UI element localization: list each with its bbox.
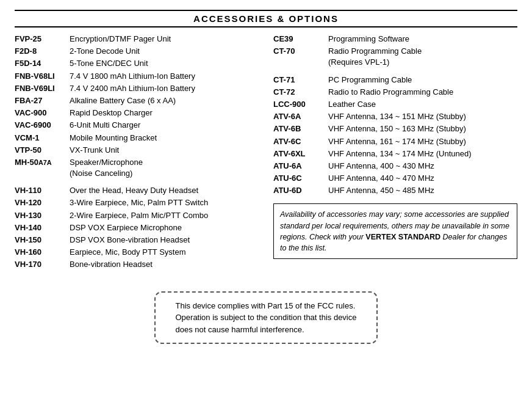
list-item: VH-150DSP VOX Bone-vibration Headset	[15, 235, 259, 246]
accessory-desc: UHF Antenna, 400 ~ 430 MHz	[328, 161, 517, 172]
accessory-code: FVP-25	[15, 34, 70, 45]
accessory-code: VTP-50	[15, 145, 70, 156]
accessory-code: ATV-6XL	[273, 148, 328, 159]
list-item: FVP-25Encryption/DTMF Pager Unit	[15, 34, 259, 45]
list-item: ATV-6CVHF Antenna, 161 ~ 174 MHz (Stubby…	[273, 136, 517, 147]
accessory-code: ATV-6C	[273, 136, 328, 147]
accessory-desc: UHF Antenna, 440 ~ 470 MHz	[328, 173, 517, 184]
list-item: ATU-6AUHF Antenna, 400 ~ 430 MHz	[273, 161, 517, 172]
list-item: F5D-145-Tone ENC/DEC Unit	[15, 58, 259, 69]
accessory-desc: DSP VOX Bone-vibration Headset	[70, 235, 259, 246]
accessory-code: CT-71	[273, 75, 328, 86]
list-item: F2D-82-Tone Decode Unit	[15, 46, 259, 57]
accessory-code: VAC-900	[15, 108, 70, 119]
accessory-code: VH-150	[15, 235, 70, 246]
accessory-desc: Encryption/DTMF Pager Unit	[70, 34, 259, 45]
spacer	[273, 70, 517, 75]
accessory-desc: Radio to Radio Programming Cable	[328, 87, 517, 98]
list-item: VH-170Bone-vibration Headset	[15, 259, 259, 270]
accessory-desc: Bone-vibration Headset	[70, 259, 259, 270]
accessory-code: ATU-6D	[273, 185, 328, 196]
accessory-desc: VHF Antenna, 134 ~ 151 MHz (Stubby)	[328, 111, 517, 122]
list-item: LCC-900Leather Case	[273, 99, 517, 110]
accessory-code: CE39	[273, 34, 328, 45]
accessory-desc: Over the Head, Heavy Duty Headset	[70, 185, 259, 196]
accessory-code: F2D-8	[15, 46, 70, 57]
list-item: VAC-69006-Unit Multi Charger	[15, 120, 259, 131]
accessory-desc: Leather Case	[328, 99, 517, 110]
list-item: VAC-900Rapid Desktop Charger	[15, 108, 259, 119]
accessory-desc: Speaker/Microphone(Noise Canceling)	[70, 157, 259, 179]
accessory-code: VCM-1	[15, 133, 70, 144]
page-title: Accessories & Options	[15, 10, 517, 27]
list-item: ATV-6XLVHF Antenna, 134 ~ 174 MHz (Untun…	[273, 148, 517, 159]
list-item: VH-110Over the Head, Heavy Duty Headset	[15, 185, 259, 196]
accessory-code: VH-140	[15, 222, 70, 233]
accessory-desc: UHF Antenna, 450 ~ 485 MHz	[328, 185, 517, 196]
accessory-desc: PC Programming Cable	[328, 75, 517, 86]
accessory-code: LCC-900	[273, 99, 328, 110]
right-column: CE39Programming SoftwareCT-70Radio Progr…	[273, 34, 517, 272]
accessory-desc: 2-Tone Decode Unit	[70, 46, 259, 57]
fcc-box: This device complies with Part 15 of the…	[154, 291, 377, 345]
accessory-code: CT-70	[273, 46, 328, 68]
list-item: ATU-6DUHF Antenna, 450 ~ 485 MHz	[273, 185, 517, 196]
accessory-desc: Alkaline Battery Case (6 x AA)	[70, 95, 259, 106]
accessory-desc: 7.4 V 1800 mAh Lithium-Ion Battery	[70, 71, 259, 82]
fcc-section: This device complies with Part 15 of the…	[15, 291, 517, 345]
accessory-desc: 3-Wire Earpiece, Mic, Palm PTT Switch	[70, 197, 259, 208]
list-item: VTP-50VX-Trunk Unit	[15, 145, 259, 156]
accessory-desc: Programming Software	[328, 34, 517, 45]
accessory-code: FNB-V69LI	[15, 83, 70, 94]
accessory-code: F5D-14	[15, 58, 70, 69]
accessory-desc: 6-Unit Multi Charger	[70, 120, 259, 131]
accessory-desc: VHF Antenna, 134 ~ 174 MHz (Untuned)	[328, 148, 517, 159]
accessory-code: VH-130	[15, 210, 70, 221]
list-item: CE39Programming Software	[273, 34, 517, 45]
list-item: CT-72Radio to Radio Programming Cable	[273, 87, 517, 98]
list-item: VCM-1Mobile Mounting Bracket	[15, 133, 259, 144]
list-item: ATU-6CUHF Antenna, 440 ~ 470 MHz	[273, 173, 517, 184]
accessory-desc: Rapid Desktop Charger	[70, 108, 259, 119]
list-item: ATV-6BVHF Antenna, 150 ~ 163 MHz (Stubby…	[273, 123, 517, 134]
accessory-code: VH-110	[15, 185, 70, 196]
accessory-desc: 2-Wire Earpiece, Palm Mic/PTT Combo	[70, 210, 259, 221]
list-item: CT-71PC Programming Cable	[273, 75, 517, 86]
list-item: VH-160Earpiece, Mic, Body PTT System	[15, 247, 259, 258]
accessory-code: VH-120	[15, 197, 70, 208]
content-area: FVP-25Encryption/DTMF Pager UnitF2D-82-T…	[15, 34, 517, 272]
accessory-code: VH-170	[15, 259, 70, 270]
fcc-line2: Operation is subject to the condition th…	[175, 313, 356, 322]
accessory-code: ATV-6A	[273, 111, 328, 122]
accessory-code: ATU-6A	[273, 161, 328, 172]
list-item: FNB-V68LI7.4 V 1800 mAh Lithium-Ion Batt…	[15, 71, 259, 82]
accessory-desc: Earpiece, Mic, Body PTT System	[70, 247, 259, 258]
list-item: VH-140DSP VOX Earpiece Microphone	[15, 222, 259, 233]
accessory-desc: 5-Tone ENC/DEC Unit	[70, 58, 259, 69]
list-item: MH-50A7ASpeaker/Microphone(Noise Canceli…	[15, 157, 259, 179]
list-item: ATV-6AVHF Antenna, 134 ~ 151 MHz (Stubby…	[273, 111, 517, 122]
fcc-line1: This device complies with Part 15 of the…	[175, 301, 355, 310]
list-item: CT-70Radio Programming Cable(Requires VP…	[273, 46, 517, 68]
accessory-desc: Mobile Mounting Bracket	[70, 133, 259, 144]
accessory-code: CT-72	[273, 87, 328, 98]
accessory-code: FBA-27	[15, 95, 70, 106]
fcc-line3: does not cause harmful interference.	[175, 325, 304, 334]
list-item: FBA-27Alkaline Battery Case (6 x AA)	[15, 95, 259, 106]
accessory-code: MH-50A7A	[15, 157, 70, 179]
accessory-desc: VHF Antenna, 150 ~ 163 MHz (Stubby)	[328, 123, 517, 134]
spacer	[15, 180, 259, 185]
list-item: FNB-V69LI7.4 V 2400 mAh Lithium-Ion Batt…	[15, 83, 259, 94]
list-item: VH-1302-Wire Earpiece, Palm Mic/PTT Comb…	[15, 210, 259, 221]
list-item: VH-1203-Wire Earpiece, Mic, Palm PTT Swi…	[15, 197, 259, 208]
accessory-code: FNB-V68LI	[15, 71, 70, 82]
accessory-desc: VHF Antenna, 161 ~ 174 MHz (Stubby)	[328, 136, 517, 147]
accessory-code: VH-160	[15, 247, 70, 258]
accessory-desc: Radio Programming Cable(Requires VPL-1)	[328, 46, 517, 68]
note-brand: VERTEX STANDARD	[365, 233, 440, 241]
accessory-desc: 7.4 V 2400 mAh Lithium-Ion Battery	[70, 83, 259, 94]
accessory-code: ATV-6B	[273, 123, 328, 134]
accessory-desc: DSP VOX Earpiece Microphone	[70, 222, 259, 233]
accessory-code: VAC-6900	[15, 120, 70, 131]
accessory-code: ATU-6C	[273, 173, 328, 184]
